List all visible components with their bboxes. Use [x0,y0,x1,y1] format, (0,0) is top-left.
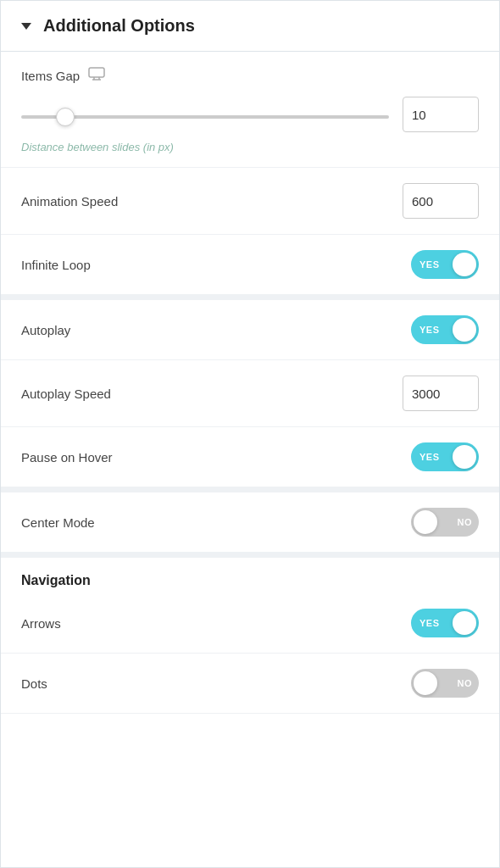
dots-toggle-container: NO [411,669,479,698]
arrows-toggle-container: YES [411,609,479,637]
slider-wrapper [21,107,389,122]
center-mode-label: Center Mode [21,515,95,530]
slider-row [21,97,479,132]
dots-slider: NO [411,669,479,698]
autoplay-yes-label: YES [419,325,440,335]
autoplay-speed-input[interactable] [403,376,479,411]
dots-toggle[interactable]: NO [411,669,479,698]
autoplay-speed-row: Autoplay Speed [1,360,499,427]
pause-on-hover-yes-label: YES [419,452,440,462]
pause-on-hover-toggle[interactable]: YES [411,442,479,471]
dots-knob [414,671,437,695]
center-mode-toggle-container: NO [411,508,479,537]
arrows-toggle[interactable]: YES [411,609,479,637]
autoplay-toggle-container: YES [411,315,479,344]
items-gap-input[interactable] [403,97,479,132]
infinite-loop-knob [453,253,476,276]
autoplay-slider: YES [411,315,479,344]
center-mode-row: Center Mode NO [1,492,499,553]
infinite-loop-toggle-container: YES [411,250,479,279]
autoplay-row: Autoplay YES [1,300,499,360]
arrows-row: Arrows YES [1,593,499,654]
autoplay-toggle[interactable]: YES [411,315,479,344]
pause-on-hover-slider: YES [411,442,479,471]
section-title: Additional Options [43,16,195,36]
center-mode-slider: NO [411,508,479,537]
infinite-loop-row: Infinite Loop YES [1,235,499,295]
dots-label: Dots [21,676,47,691]
arrows-yes-label: YES [419,618,440,628]
center-mode-toggle[interactable]: NO [411,508,479,537]
navigation-title: Navigation [21,573,91,587]
chevron-down-icon [21,23,31,30]
items-gap-slider[interactable] [21,115,389,119]
animation-speed-row: Animation Speed [1,168,499,235]
section-body: Items Gap Distance between slides (in px… [1,52,499,714]
items-gap-label: Items Gap [21,69,80,83]
section-header[interactable]: Additional Options [1,1,499,52]
center-mode-knob [414,510,437,534]
items-gap-hint: Distance between slides (in px) [21,141,479,153]
pause-on-hover-label: Pause on Hover [21,450,113,465]
autoplay-label: Autoplay [21,323,70,337]
pause-on-hover-row: Pause on Hover YES [1,427,499,487]
pause-on-hover-knob [453,445,476,469]
infinite-loop-label: Infinite Loop [21,258,91,272]
items-gap-section: Items Gap Distance between slides (in px… [1,52,499,168]
animation-speed-label: Animation Speed [21,194,118,209]
autoplay-speed-label: Autoplay Speed [21,387,111,401]
panel: Additional Options Items Gap [0,0,500,868]
infinite-loop-slider: YES [411,250,479,279]
center-mode-no-label: NO [458,517,473,527]
arrows-label: Arrows [21,616,61,631]
pause-on-hover-toggle-container: YES [411,442,479,471]
infinite-loop-toggle[interactable]: YES [411,250,479,279]
arrows-knob [453,611,476,635]
arrows-slider: YES [411,609,479,637]
navigation-section-label: Navigation [1,558,499,593]
autoplay-knob [453,318,476,342]
items-gap-header: Items Gap [21,67,479,85]
animation-speed-input[interactable] [403,183,479,219]
svg-rect-0 [89,68,104,77]
infinite-loop-yes-label: YES [419,259,440,270]
monitor-icon [88,67,105,85]
dots-no-label: NO [458,678,473,688]
dots-row: Dots NO [1,654,499,714]
